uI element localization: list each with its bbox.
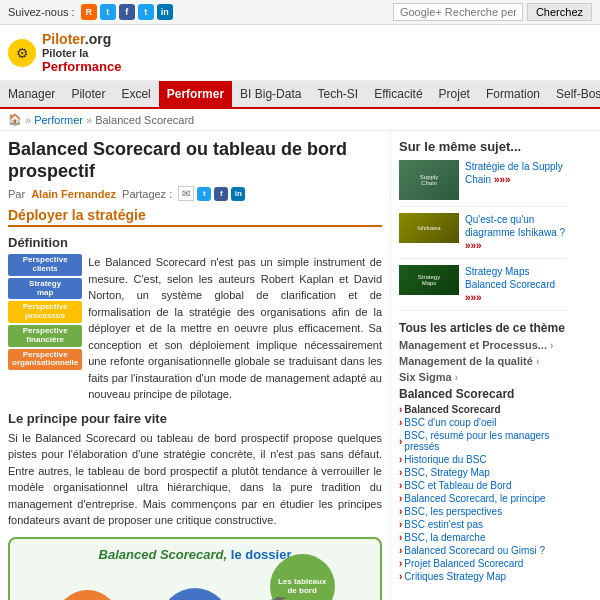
facebook-icon[interactable]: f (119, 4, 135, 20)
author-name: Alain Fernandez (31, 188, 116, 200)
theme-bsc: Balanced Scorecard Balanced Scorecard BS… (399, 387, 567, 583)
bsc-link-10[interactable]: BSC, la demarche (399, 531, 567, 544)
nav-selfboss[interactable]: Self-Boss (548, 81, 600, 107)
nav-projet[interactable]: Projet (431, 81, 478, 107)
linkedin-icon[interactable]: in (157, 4, 173, 20)
persp-clients: Perspectiveclients (8, 254, 82, 276)
nav-techsi[interactable]: Tech-SI (309, 81, 366, 107)
principle-title: Le principe pour faire vite (8, 411, 382, 426)
bsc-link-4[interactable]: Historique du BSC (399, 453, 567, 466)
social-icons: R t f t in (81, 4, 173, 20)
bsc-center: Le concept BSC (160, 588, 230, 600)
all-articles-title: Tous les articles de ce thème (399, 321, 567, 335)
strategy-thumb: StrategyMaps (399, 265, 459, 295)
persp-org: Perspectiveorganisationnelle (8, 349, 82, 371)
bsc-link-2[interactable]: BSC d'un coup d'oeil (399, 416, 567, 429)
logo-area: ⚙ Piloter.org Piloter la Performance (0, 25, 600, 81)
persp-finance: Perspectivefinancière (8, 325, 82, 347)
share-linkedin[interactable]: in (231, 187, 245, 201)
bsc-link-1[interactable]: Balanced Scorecard (399, 403, 567, 416)
theme-management: Management et Processus... › (399, 339, 567, 351)
top-bar: Suivez-nous : R t f t in Cherchez (0, 0, 600, 25)
bsc-link-3[interactable]: BSC, résumé pour les managers pressés (399, 429, 567, 453)
sep1: » (25, 114, 31, 126)
bsc-link-11[interactable]: Balanced Scorecard ou Gimsi ? (399, 544, 567, 557)
logo-text: Piloter.org Piloter la Performance (42, 31, 121, 74)
ishikawa-thumb: Ishikawa (399, 213, 459, 243)
logo-line1: Piloter la (42, 47, 121, 59)
persp-process: Perspectiveprocessus (8, 301, 82, 323)
definition-text: Le Balanced Scorecard n'est pas un simpl… (88, 254, 382, 403)
related-supply: SupplyChain Stratégie de la Supply Chain… (399, 160, 567, 207)
sep2: » (86, 114, 92, 126)
author-line: Par Alain Fernandez Partagez : ✉ t f in (8, 186, 382, 201)
principle-text: Si le Balanced Scorecard ou tableau de b… (8, 430, 382, 529)
nav-formation[interactable]: Formation (478, 81, 548, 107)
breadcrumb-current: Balanced Scorecard (95, 114, 194, 126)
share-email[interactable]: ✉ (178, 186, 194, 201)
main-layout: Balanced Scorecard ou tableau de bord pr… (0, 131, 600, 600)
nav-excel[interactable]: Excel (113, 81, 158, 107)
share-twitter[interactable]: t (197, 187, 211, 201)
theme-sigma-title[interactable]: Six Sigma › (399, 371, 567, 383)
logo-icon: ⚙ (8, 39, 36, 67)
theme-sigma: Six Sigma › (399, 371, 567, 383)
content-area: Balanced Scorecard ou tableau de bord pr… (0, 131, 390, 600)
persp-strategy: Strategymap (8, 278, 82, 300)
bsc-link-6[interactable]: BSC et Tableau de Bord (399, 479, 567, 492)
bsc-link-9[interactable]: BSC estin'est pas (399, 518, 567, 531)
logo-site[interactable]: Piloter.org (42, 31, 121, 47)
bsc-link-13[interactable]: Critiques Strategy Map (399, 570, 567, 583)
nav-performer[interactable]: Performer (159, 81, 232, 107)
bubble-tableaux: Les tableaux de bord (270, 554, 335, 600)
breadcrumb: 🏠 » Performer » Balanced Scorecard (0, 109, 600, 131)
nav-manager[interactable]: Manager (0, 81, 63, 107)
breadcrumb-home[interactable]: 🏠 (8, 113, 22, 126)
nav-piloter[interactable]: Piloter (63, 81, 113, 107)
related-ishikawa: Ishikawa Qu'est-ce qu'un diagramme Ishik… (399, 213, 567, 259)
related-strategy-text[interactable]: Strategy Maps Balanced Scorecard »»» (465, 265, 567, 304)
share-facebook[interactable]: f (214, 187, 228, 201)
search-button[interactable]: Cherchez (527, 3, 592, 21)
bsc-title-1: Balanced Scorecard, (99, 547, 228, 562)
sidebar-title: Sur le même sujet... (399, 139, 567, 154)
bubble-ressources: Les ressources (55, 590, 120, 600)
nav-efficacite[interactable]: Efficacité (366, 81, 430, 107)
related-strategy: StrategyMaps Strategy Maps Balanced Scor… (399, 265, 567, 311)
author-label: Par (8, 188, 25, 200)
share-label: Partagez : (122, 188, 172, 200)
supply-thumb: SupplyChain (399, 160, 459, 200)
nav-bigdata[interactable]: BI Big-Data (232, 81, 309, 107)
theme-qualite: Management de la qualité › (399, 355, 567, 367)
theme-qualite-title[interactable]: Management de la qualité › (399, 355, 567, 367)
search-area: Cherchez (393, 3, 592, 21)
related-ishikawa-text[interactable]: Qu'est-ce qu'un diagramme Ishikawa ? »»» (465, 213, 567, 252)
bsc-link-8[interactable]: BSC, les perspectives (399, 505, 567, 518)
section-deployer: Déployer la stratégie (8, 207, 382, 227)
ishikawa-img: Ishikawa (399, 213, 459, 243)
bsc-link-12[interactable]: Projet Balanced Scorecard (399, 557, 567, 570)
page-title: Balanced Scorecard ou tableau de bord pr… (8, 139, 382, 182)
suivez-label: Suivez-nous : (8, 6, 75, 18)
main-nav: Manager Piloter Excel Performer BI Big-D… (0, 81, 600, 109)
strategy-img: StrategyMaps (399, 265, 459, 295)
supply-img: SupplyChain (399, 160, 459, 200)
bsc-link-5[interactable]: BSC, Strategy Map (399, 466, 567, 479)
definition-area: Perspectiveclients Strategymap Perspecti… (8, 254, 382, 403)
def-title: Définition (8, 235, 382, 250)
sidebar: Sur le même sujet... SupplyChain Stratég… (390, 131, 575, 600)
logo-line2: Performance (42, 59, 121, 74)
sidebar-related-section: Sur le même sujet... SupplyChain Stratég… (399, 139, 567, 311)
perspective-stack: Perspectiveclients Strategymap Perspecti… (8, 254, 82, 403)
bsc-diagram: Balanced Scorecard, le dossier Les resso… (8, 537, 382, 600)
related-supply-text[interactable]: Stratégie de la Supply Chain »»» (465, 160, 567, 186)
theme-bsc-title: Balanced Scorecard (399, 387, 567, 401)
bsc-link-7[interactable]: Balanced Scorecard, le principe (399, 492, 567, 505)
rss-icon[interactable]: R (81, 4, 97, 20)
twitter2-icon[interactable]: t (138, 4, 154, 20)
search-input[interactable] (393, 3, 523, 21)
breadcrumb-performer[interactable]: Performer (34, 114, 83, 126)
twitter-icon[interactable]: t (100, 4, 116, 20)
theme-management-title[interactable]: Management et Processus... › (399, 339, 567, 351)
share-icons: ✉ t f in (178, 186, 245, 201)
